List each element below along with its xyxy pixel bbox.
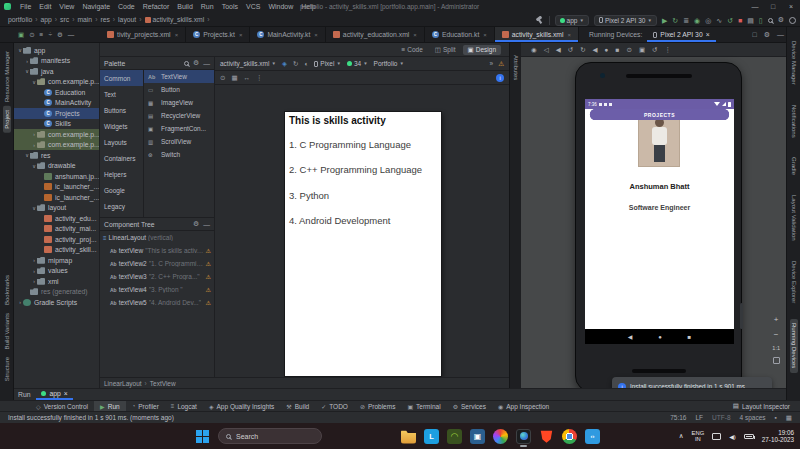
breadcrumb-item[interactable]: portfolio: [8, 16, 40, 23]
expand-all-icon[interactable]: ≡: [40, 31, 44, 38]
gradle-sync-icon[interactable]: ↺: [727, 17, 733, 24]
close-tab-icon[interactable]: ×: [483, 32, 487, 38]
close-tab-icon[interactable]: ×: [239, 32, 243, 38]
expand-arrow-icon[interactable]: ›: [31, 142, 37, 148]
breadcrumb-item[interactable]: app: [40, 16, 60, 23]
tree-item[interactable]: anshuman.jp...: [14, 171, 99, 182]
toolwin-run[interactable]: ▶Run: [94, 401, 126, 411]
palette-category[interactable]: Helpers: [100, 166, 143, 182]
debug-icon[interactable]: ◉: [694, 17, 700, 24]
menu-build[interactable]: Build: [173, 3, 197, 10]
phone-screen[interactable]: 7:36 Anshuman Bhatt Software Engineer SK…: [585, 99, 734, 344]
expand-arrow-icon[interactable]: ›: [31, 278, 37, 284]
layout-preview-canvas[interactable]: This is skills activity 1. C Programming…: [285, 112, 441, 376]
power-icon[interactable]: ◉: [531, 46, 537, 54]
tree-item[interactable]: ∨ java: [14, 66, 99, 77]
close-tab-icon[interactable]: ×: [568, 32, 572, 38]
home-icon[interactable]: ●: [605, 46, 609, 53]
menu-edit[interactable]: Edit: [35, 3, 55, 10]
zoom-fit-button[interactable]: [773, 357, 780, 364]
snapshot-icon[interactable]: ↺: [652, 46, 657, 54]
taskbar-search[interactable]: Search: [218, 428, 322, 444]
design-mode-button[interactable]: ▣Design: [463, 45, 501, 55]
palette-search-icon[interactable]: [184, 61, 189, 66]
profile-icon[interactable]: [789, 17, 796, 24]
collapse-all-icon[interactable]: ÷: [48, 31, 52, 38]
language-indicator[interactable]: ENGIN: [692, 430, 705, 443]
device-dropdown[interactable]: Pixel 2 API 30▼: [594, 15, 657, 26]
tab-activity-skills[interactable]: activity_skills.xml×: [495, 27, 579, 42]
tree-item[interactable]: MainActivity: [14, 98, 99, 109]
tree-item[interactable]: activity_edu...: [14, 213, 99, 224]
tab-activity-projects[interactable]: tivity_projects.xml×: [100, 27, 186, 42]
tree-item[interactable]: Projects: [14, 108, 99, 119]
component-tree-item[interactable]: textView2 "1. C Programmi..." ⚠: [100, 257, 214, 270]
emulator-icon[interactable]: ▯: [759, 17, 763, 24]
profiler-icon[interactable]: ∿: [716, 17, 722, 24]
run-config-dropdown[interactable]: app▼: [555, 15, 589, 26]
component-tree-settings-icon[interactable]: ⚙: [193, 220, 199, 228]
expand-arrow-icon[interactable]: ∨: [31, 205, 37, 211]
tree-item[interactable]: Education: [14, 87, 99, 98]
vscode-icon[interactable]: [585, 429, 600, 444]
toolwin-services[interactable]: ⚙Services: [447, 401, 492, 411]
tab-projects-kt[interactable]: Projects.kt×: [186, 27, 250, 42]
rotate-left-icon[interactable]: ↺: [568, 46, 573, 54]
attributes-tab[interactable]: Attributes: [512, 51, 520, 84]
palette-button[interactable]: ▭Button: [144, 83, 214, 96]
clock[interactable]: 19:0627-10-2023: [762, 429, 794, 443]
minimize-button[interactable]: —: [746, 3, 764, 10]
toolwin-todo[interactable]: ✓TODO: [315, 401, 354, 411]
orientation-icon[interactable]: ↻: [293, 60, 298, 68]
toolwin-version-control[interactable]: ◇Version Control: [30, 401, 94, 411]
rotate-right-icon[interactable]: ↻: [580, 46, 585, 54]
tray-chevron-icon[interactable]: ∧: [679, 432, 684, 440]
volume-down-icon[interactable]: ◀: [556, 46, 561, 54]
file-dropdown[interactable]: activity_skills.xml▼: [220, 60, 276, 67]
design-surface-icon[interactable]: ◈: [282, 60, 287, 68]
menu-vcs[interactable]: VCS: [242, 3, 264, 10]
strip-layout-validation[interactable]: Layout Validation: [790, 191, 798, 245]
expand-arrow-icon[interactable]: ∨: [31, 163, 37, 169]
inline-preview-icon[interactable]: »: [490, 60, 494, 68]
close-tab-icon[interactable]: ×: [64, 390, 68, 397]
screenshot-icon[interactable]: ⊙: [626, 46, 631, 54]
chrome-icon[interactable]: [562, 429, 577, 444]
display-icon[interactable]: [712, 433, 721, 440]
more-icon[interactable]: ⋮: [665, 46, 672, 54]
component-tree-item[interactable]: textView "This is skills activ..." ⚠: [100, 244, 214, 257]
android-studio-icon[interactable]: [516, 429, 531, 444]
speaker-icon[interactable]: ◀): [729, 433, 736, 440]
expand-arrow-icon[interactable]: ∨: [24, 152, 30, 158]
breadcrumb-item[interactable]: layout: [118, 16, 144, 23]
overview-icon[interactable]: ■: [616, 46, 620, 53]
strip-notifications[interactable]: Notifications: [790, 101, 798, 142]
hide-panel-icon[interactable]: —: [777, 31, 784, 38]
line-separator[interactable]: LF: [695, 414, 703, 421]
api-dropdown[interactable]: 34▼: [347, 60, 368, 67]
toolwin-app-quality-insights[interactable]: ◈App Quality Insights: [203, 401, 280, 411]
strip-gradle[interactable]: Gradle: [790, 153, 798, 179]
tree-item[interactable]: Skills: [14, 119, 99, 130]
layout-inspector-button[interactable]: ▤Layout Inspector: [733, 402, 800, 410]
maximize-button[interactable]: □: [764, 3, 782, 10]
indent-setting[interactable]: 4 spaces: [740, 414, 766, 421]
theme-dropdown[interactable]: Portfolio▼: [374, 60, 404, 67]
float-panel-icon[interactable]: □: [752, 31, 756, 38]
close-button[interactable]: ×: [782, 3, 800, 10]
pointer-icon[interactable]: ⊙: [220, 74, 225, 82]
tree-item[interactable]: activity_mai...: [14, 224, 99, 235]
breadcrumb-textview[interactable]: TextView: [150, 380, 176, 387]
menu-file[interactable]: File: [16, 3, 35, 10]
back-nav-icon[interactable]: ◀: [628, 333, 633, 340]
build-hammer-icon[interactable]: [536, 16, 544, 24]
strip-running-devices[interactable]: Running Devices: [790, 319, 798, 372]
pan-icon[interactable]: ↔: [244, 74, 251, 81]
tree-item[interactable]: › com.example.p...: [14, 140, 99, 151]
projects-button[interactable]: PROJECTS: [590, 109, 729, 120]
close-tab-icon[interactable]: ×: [706, 31, 710, 38]
component-tree-item[interactable]: textView3 "2. C++ Progra..." ⚠: [100, 270, 214, 283]
zoom-ratio-button[interactable]: 1:1: [772, 345, 780, 351]
tree-item[interactable]: res (generated): [14, 287, 99, 298]
menu-code[interactable]: Code: [114, 3, 139, 10]
